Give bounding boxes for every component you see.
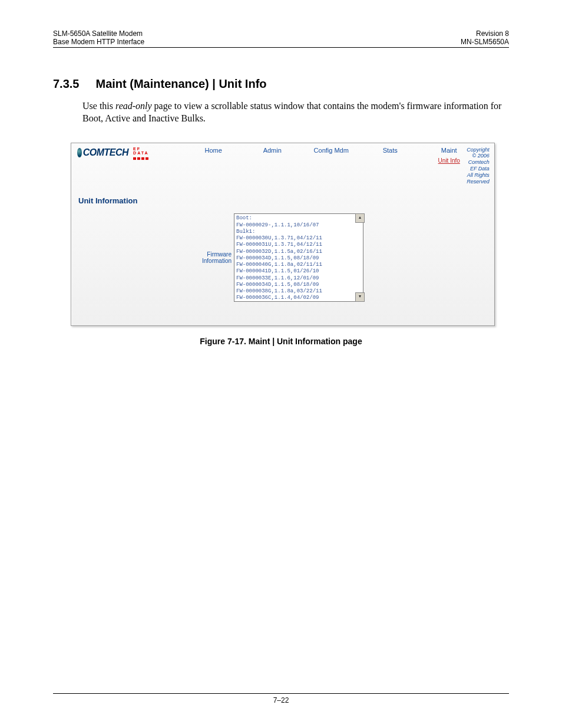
firmware-label-line1: Firmware — [202, 251, 232, 258]
copyright-block: Copyright © 2006 Comtech EF Data All Rig… — [467, 147, 490, 185]
header-left-line1: SLM-5650A Satellite Modem — [53, 29, 144, 38]
unit-info-screenshot: COMTECH EF DATA ▄▄▄▄ Home Admin Config M… — [71, 143, 495, 327]
scroll-down-button[interactable]: ▾ — [355, 292, 365, 302]
tab-home[interactable]: Home — [205, 147, 222, 154]
logo-subtext: EF DATA ▄▄▄▄ — [133, 147, 154, 159]
header-right-line1: Revision 8 — [461, 29, 509, 38]
screenshot-topbar: COMTECH EF DATA ▄▄▄▄ Home Admin Config M… — [71, 143, 494, 185]
subtab-unit-info[interactable]: Unit Info — [431, 157, 467, 164]
body-emph: read-only — [115, 101, 152, 111]
comtech-logo: COMTECH EF DATA ▄▄▄▄ — [77, 147, 154, 159]
unit-information-title: Unit Information — [78, 196, 494, 205]
page-number: 7–22 — [273, 696, 289, 704]
firmware-info-textarea[interactable]: Boot: FW-0000029-,1.1.1,10/16/07 Bulk1: … — [234, 213, 363, 302]
page-footer: 7–22 — [53, 693, 509, 704]
tab-admin[interactable]: Admin — [263, 147, 282, 154]
body-paragraph: Use this read-only page to view a scroll… — [82, 100, 509, 125]
firmware-label-line2: Information — [202, 258, 232, 264]
tab-stats[interactable]: Stats — [383, 147, 398, 154]
tab-maint[interactable]: Maint — [441, 147, 457, 154]
firmware-label: Firmware Information — [202, 251, 232, 264]
firmware-box-wrapper: Boot: FW-0000029-,1.1.1,10/16/07 Bulk1: … — [234, 213, 363, 302]
copyright-line2: Comtech EF Data — [467, 159, 490, 172]
body-prefix: Use this — [82, 101, 115, 111]
page-header: SLM-5650A Satellite Modem Base Modem HTT… — [53, 29, 509, 48]
header-left: SLM-5650A Satellite Modem Base Modem HTT… — [53, 29, 144, 46]
copyright-line1: Copyright © 2006 — [467, 147, 490, 160]
firmware-row: Firmware Information Boot: FW-0000029-,1… — [71, 213, 494, 302]
section-number: 7.3.5 — [53, 77, 79, 91]
header-right-line2: MN-SLM5650A — [461, 38, 509, 46]
logo-text: COMTECH — [83, 147, 128, 158]
section-heading: 7.3.5Maint (Maintenance) | Unit Info — [53, 77, 509, 91]
globe-icon — [77, 148, 82, 157]
header-right: Revision 8 MN-SLM5650A — [461, 29, 509, 46]
scroll-up-button[interactable]: ▴ — [355, 213, 365, 223]
copyright-line3: All Rights Reserved — [467, 172, 490, 185]
header-left-line2: Base Modem HTTP Interface — [53, 38, 144, 46]
section-title-text: Maint (Maintenance) | Unit Info — [95, 77, 266, 90]
tab-config-mdm[interactable]: Config Mdm — [314, 147, 349, 154]
figure-caption: Figure 7-17. Maint | Unit Information pa… — [53, 337, 509, 346]
nav-tabs: Home Admin Config Mdm Stats Maint Unit I… — [196, 147, 467, 164]
